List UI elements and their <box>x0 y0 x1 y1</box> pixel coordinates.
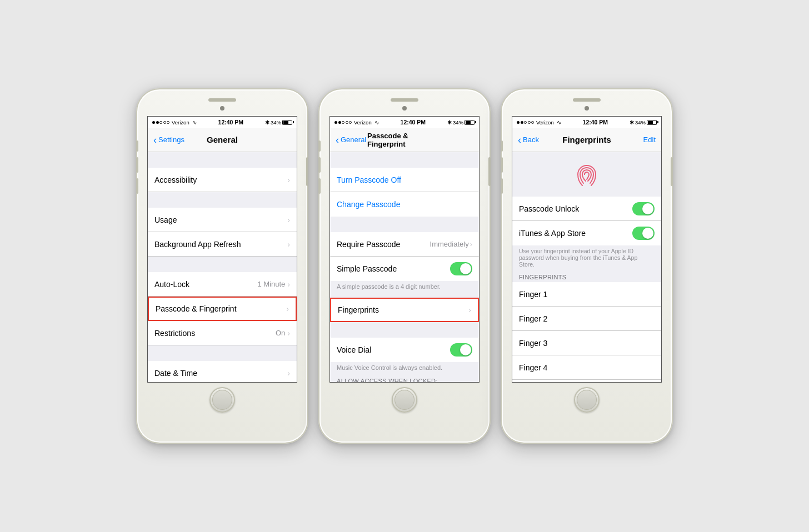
home-button-inner-2 <box>394 390 415 410</box>
voice-dial-note: Music Voice Control is always enabled. <box>330 362 479 374</box>
back-button-2[interactable]: ‹ General <box>336 135 366 145</box>
volume-down-3[interactable] <box>501 178 503 194</box>
finger-4-row[interactable]: Finger 4 <box>512 355 661 380</box>
accessibility-row[interactable]: Accessibility › <box>148 168 297 192</box>
nav-title: General <box>207 135 238 144</box>
spacer <box>148 192 297 208</box>
status-right: ✱ 34% <box>265 119 292 126</box>
back-button[interactable]: ‹ Settings <box>153 135 184 145</box>
simple-passcode-row[interactable]: Simple Passcode <box>330 257 479 281</box>
home-button[interactable] <box>209 387 235 413</box>
passcode-row[interactable]: Passcode & Fingerprint › <box>148 297 297 321</box>
passcode-unlock-toggle[interactable] <box>632 202 655 215</box>
status-time: 12:40 PM <box>218 119 244 126</box>
fingerprints-row[interactable]: Fingerprints › <box>330 298 479 322</box>
screen-1: Verizon ∿ 12:40 PM ✱ 34% ‹ <box>147 116 297 383</box>
dot5 <box>167 121 169 124</box>
background-refresh-row[interactable]: Background App Refresh › <box>148 232 297 257</box>
screen-2: Verizon ∿ 12:40 PM ✱ 34% ‹ <box>329 116 480 383</box>
change-passcode-row[interactable]: Change Passcode <box>330 192 479 217</box>
passcode-label: Passcode & Fingerprint <box>156 304 286 313</box>
finger-4-label: Finger 4 <box>519 363 547 372</box>
wifi-icon-3: ∿ <box>557 119 561 126</box>
settings-list-2: Turn Passcode Off Change Passcode Requir… <box>330 152 479 382</box>
battery-fill <box>283 121 288 124</box>
settings-list-3: Passcode Unlock iTunes & App Store Use y… <box>512 152 661 382</box>
chevron-icon: › <box>287 175 290 184</box>
phone-2: Verizon ∿ 12:40 PM ✱ 34% ‹ <box>318 88 491 444</box>
simple-passcode-toggle[interactable] <box>450 262 472 275</box>
finger-5-row[interactable]: Finger 5 <box>512 380 661 382</box>
status-left-2: Verizon ∿ <box>334 119 379 126</box>
ringer-switch-2 <box>318 140 321 152</box>
volume-buttons-2 <box>318 140 321 194</box>
dot2 <box>156 121 159 124</box>
back-button-3[interactable]: ‹ Back <box>518 135 539 145</box>
nav-bar-3: ‹ Back Fingerprints Edit <box>512 128 661 152</box>
itunes-appstore-row[interactable]: iTunes & App Store <box>512 221 661 245</box>
volume-down[interactable] <box>136 178 138 194</box>
passcode-unlock-label: Passcode Unlock <box>519 204 632 213</box>
back-label-3: Back <box>523 135 539 144</box>
volume-down-2[interactable] <box>318 178 321 194</box>
battery-icon-3 <box>647 120 657 125</box>
phone-top-2 <box>323 96 486 113</box>
toggle-knob-2 <box>460 344 471 355</box>
finger-1-row[interactable]: Finger 1 <box>512 282 661 307</box>
datetime-label: Date & Time <box>154 369 287 378</box>
power-button-2[interactable] <box>488 157 491 186</box>
bluetooth-icon: ✱ <box>265 119 269 126</box>
volume-up-2[interactable] <box>318 157 321 173</box>
datetime-row[interactable]: Date & Time › <box>148 361 297 382</box>
dot5 <box>531 121 534 124</box>
power-button-3[interactable] <box>671 157 673 186</box>
dot1 <box>152 121 155 124</box>
volume-up[interactable] <box>136 157 138 173</box>
restrictions-label: Restrictions <box>154 329 276 338</box>
turn-passcode-off-label: Turn Passcode Off <box>337 175 401 184</box>
home-button-inner-3 <box>577 390 597 410</box>
itunes-appstore-toggle[interactable] <box>632 227 655 240</box>
turn-passcode-off-row[interactable]: Turn Passcode Off <box>330 168 479 192</box>
usage-label: Usage <box>154 215 287 224</box>
itunes-appstore-label: iTunes & App Store <box>519 229 632 238</box>
simple-passcode-note: A simple passcode is a 4 digit number. <box>330 281 479 293</box>
voice-dial-label: Voice Dial <box>337 345 450 354</box>
voice-dial-row[interactable]: Voice Dial <box>330 338 479 362</box>
signal-dots-2 <box>334 121 352 124</box>
home-button-3[interactable] <box>574 387 600 413</box>
chevron-icon: › <box>287 369 290 378</box>
back-label-2: General <box>341 135 366 144</box>
autolock-row[interactable]: Auto-Lock 1 Minute › <box>148 272 297 297</box>
chevron-icon: › <box>286 304 289 313</box>
speaker-2 <box>391 98 418 102</box>
spacer <box>330 217 479 232</box>
home-button-2[interactable] <box>392 387 417 413</box>
fingerprint-area <box>512 152 661 197</box>
voice-dial-toggle[interactable] <box>450 343 472 357</box>
battery-fill-3 <box>648 121 653 124</box>
usage-row[interactable]: Usage › <box>148 208 297 232</box>
status-time-2: 12:40 PM <box>401 119 426 126</box>
restrictions-row[interactable]: Restrictions On › <box>148 321 297 345</box>
dot1 <box>517 121 520 124</box>
phone-1: Verizon ∿ 12:40 PM ✱ 34% ‹ <box>136 88 308 444</box>
require-passcode-row[interactable]: Require Passcode Immediately › <box>330 232 479 257</box>
battery-fill-2 <box>466 121 471 124</box>
chevron-icon: › <box>287 280 290 289</box>
finger-2-label: Finger 2 <box>519 314 547 323</box>
status-right-2: ✱ 34% <box>447 119 475 126</box>
power-button[interactable] <box>306 157 308 186</box>
passcode-unlock-row[interactable]: Passcode Unlock <box>512 197 661 221</box>
edit-button[interactable]: Edit <box>643 135 656 144</box>
finger-3-row[interactable]: Finger 3 <box>512 331 661 355</box>
nav-title-3: Fingerprints <box>562 135 611 144</box>
nav-bar-2: ‹ General Passcode & Fingerprint <box>330 128 479 152</box>
finger-2-row[interactable]: Finger 2 <box>512 307 661 331</box>
restrictions-value: On <box>276 329 285 337</box>
status-right-3: ✱ 34% <box>630 119 657 126</box>
bg-refresh-label: Background App Refresh <box>154 240 287 249</box>
volume-up-3[interactable] <box>501 157 503 173</box>
spacer <box>148 152 297 168</box>
speaker-3 <box>573 98 601 102</box>
